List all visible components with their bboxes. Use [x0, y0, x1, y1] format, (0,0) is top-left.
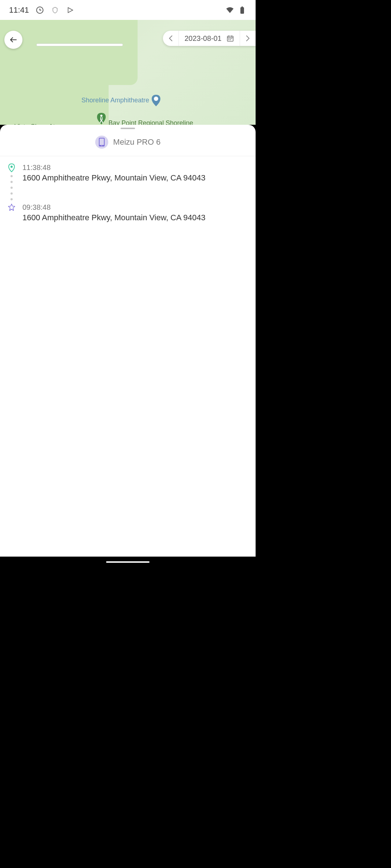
svg-rect-2 — [241, 7, 243, 8]
date-selector: 2023-08-01 — [163, 31, 256, 46]
svg-point-18 — [10, 166, 13, 168]
svg-point-3 — [154, 97, 158, 101]
status-right — [226, 6, 247, 14]
status-time: 11:41 — [9, 5, 29, 15]
map-poi-label: Shoreline Amphitheatre — [81, 94, 161, 107]
map-road — [36, 43, 123, 46]
timeline: 11:38:48 1600 Amphitheatre Pkwy, Mountai… — [0, 156, 256, 227]
timeline-marker-col — [7, 203, 16, 227]
timeline-address: 1600 Amphitheatre Pkwy, Mountain View, C… — [22, 173, 248, 183]
date-prev-button[interactable] — [163, 31, 179, 46]
back-button[interactable] — [4, 31, 22, 49]
date-picker-button[interactable]: 2023-08-01 — [179, 34, 240, 43]
device-name: Meizu PRO 6 — [113, 137, 161, 147]
arrow-left-icon — [9, 35, 18, 44]
timeline-connector — [10, 172, 13, 203]
svg-rect-14 — [230, 39, 231, 40]
location-pin-icon — [8, 163, 15, 172]
timeline-entry[interactable]: 11:38:48 1600 Amphitheatre Pkwy, Mountai… — [7, 163, 248, 203]
google-icon — [35, 6, 44, 14]
hiking-pin-icon — [96, 112, 106, 125]
svg-rect-16 — [100, 139, 104, 145]
device-avatar — [95, 136, 108, 149]
chevron-left-icon — [168, 35, 173, 42]
timeline-entry[interactable]: 09:38:48 1600 Amphitheatre Pkwy, Mountai… — [7, 203, 248, 227]
wifi-icon — [226, 6, 234, 14]
svg-rect-12 — [231, 38, 232, 39]
battery-icon — [238, 6, 247, 14]
status-left: 11:41 — [9, 5, 75, 15]
timeline-address: 1600 Amphitheatre Pkwy, Mountain View, C… — [22, 213, 248, 222]
svg-rect-10 — [228, 38, 229, 39]
nav-bar — [0, 557, 256, 567]
chevron-right-icon — [245, 35, 251, 42]
calendar-icon — [227, 35, 234, 42]
svg-rect-11 — [230, 38, 231, 39]
timeline-content: 09:38:48 1600 Amphitheatre Pkwy, Mountai… — [22, 203, 248, 227]
svg-rect-1 — [240, 7, 244, 14]
svg-point-4 — [100, 115, 102, 117]
play-icon — [66, 6, 75, 14]
timeline-time: 09:38:48 — [22, 203, 248, 212]
bottom-sheet[interactable]: Meizu PRO 6 11:38:48 1600 Amphitheat — [0, 125, 256, 557]
shield-icon — [51, 6, 59, 14]
date-next-button[interactable] — [240, 31, 256, 46]
timeline-time: 11:38:48 — [22, 163, 248, 172]
timeline-content: 11:38:48 1600 Amphitheatre Pkwy, Mountai… — [22, 163, 248, 203]
svg-point-17 — [101, 145, 102, 146]
map-poi-label: Bay Point Regional Shoreline overlook — [94, 112, 196, 125]
phone-icon — [98, 137, 105, 147]
star-icon — [8, 203, 16, 211]
timeline-marker-col — [7, 163, 16, 203]
device-header: Meizu PRO 6 — [0, 129, 256, 156]
home-indicator[interactable] — [106, 561, 150, 563]
amphitheatre-pin-icon — [151, 94, 161, 107]
svg-rect-13 — [228, 39, 229, 40]
date-text: 2023-08-01 — [185, 34, 222, 43]
status-bar: 11:41 — [0, 0, 256, 20]
